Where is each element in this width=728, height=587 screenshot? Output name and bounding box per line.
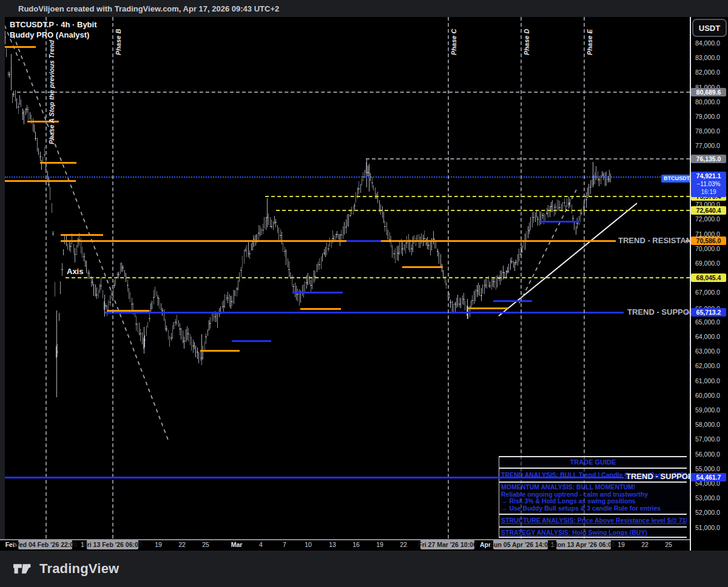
session-badge: Fri 27 Mar '26 10:00 bbox=[420, 540, 474, 549]
price-axis-label: 84,000.0 bbox=[695, 39, 720, 47]
time-axis-label: 22 bbox=[641, 541, 649, 548]
orange-level-segment[interactable] bbox=[61, 234, 103, 236]
momentum-row: → Use Buddy Bull setups & 3 candle Rule … bbox=[501, 505, 687, 512]
price-axis-label: 61,000.0 bbox=[695, 377, 720, 384]
orange-level-segment[interactable] bbox=[200, 350, 240, 352]
price-axis-label: 56,000.0 bbox=[695, 451, 720, 458]
blue-level-segment[interactable] bbox=[292, 292, 343, 294]
price-badge-gray: 76,135.0 bbox=[691, 155, 726, 163]
tradingview-logo-icon bbox=[13, 561, 34, 577]
price-axis-separator bbox=[690, 17, 691, 551]
level-line-blue-dotted[interactable] bbox=[5, 176, 690, 178]
tradingview-logo[interactable]: TradingView bbox=[13, 561, 119, 577]
attribution-text: RudoViljoen created with TradingView.com… bbox=[18, 4, 279, 13]
price-axis-label: 82,000.0 bbox=[695, 69, 720, 76]
time-axis-label: 7 bbox=[283, 541, 286, 548]
price-badge-yellow: 72,640.4 bbox=[691, 206, 726, 215]
level-line-gray-dashed[interactable] bbox=[366, 158, 690, 159]
price-change-percent: −11.03% bbox=[691, 180, 726, 188]
time-axis-label: 13 bbox=[329, 541, 336, 548]
price-axis-label: 64,000.0 bbox=[695, 333, 720, 340]
phase-line[interactable] bbox=[46, 17, 47, 538]
phase-label: Phase D bbox=[523, 20, 530, 55]
price-axis-label: 78,000.0 bbox=[695, 127, 720, 135]
axis-annotation[interactable]: Axis bbox=[67, 267, 83, 276]
price-axis[interactable]: 84,000.083,000.082,000.081,000.080,000.0… bbox=[690, 17, 728, 551]
blue-level-segment[interactable] bbox=[346, 240, 381, 242]
time-axis-label: 19 bbox=[618, 541, 625, 548]
price-axis-label: 60,000.0 bbox=[695, 392, 720, 399]
trend-line-dashed[interactable] bbox=[519, 190, 576, 303]
level-line-orange-solid[interactable] bbox=[61, 240, 616, 242]
orange-level-segment[interactable] bbox=[300, 308, 341, 310]
blue-level-segment[interactable] bbox=[232, 340, 271, 342]
price-axis-label: 51,000.0 bbox=[695, 524, 720, 531]
currency-toggle-button[interactable]: USDT bbox=[692, 19, 727, 37]
price-badge-gray: 80,689.6 bbox=[691, 88, 726, 96]
price-axis-label: 59,000.0 bbox=[695, 406, 720, 414]
level-line-blue-solid[interactable] bbox=[105, 312, 624, 314]
trade-guide-title: TRADE GUIDE bbox=[499, 457, 687, 469]
time-axis-label: 25 bbox=[202, 541, 209, 548]
price-axis-label: 65,000.0 bbox=[695, 318, 720, 326]
trend-line-white[interactable] bbox=[499, 203, 637, 316]
time-axis-label: 25 bbox=[665, 541, 672, 548]
price-axis-label: 79,000.0 bbox=[695, 113, 720, 120]
tradingview-window: RudoViljoen created with TradingView.com… bbox=[0, 0, 728, 587]
time-axis-label: 16 bbox=[352, 541, 360, 548]
phase-label: Phase C bbox=[450, 20, 457, 55]
session-badge: Fri 13 Feb '26 06:00 bbox=[87, 540, 138, 549]
current-price: 74,921.1 bbox=[691, 172, 726, 180]
level-line-yellow-dashed[interactable] bbox=[276, 210, 690, 211]
price-axis-label: 67,000.0 bbox=[695, 289, 720, 296]
price-axis-label: 62,000.0 bbox=[695, 362, 720, 369]
momentum-row: → Risk 3% & Hold Longs as swing position… bbox=[501, 498, 687, 505]
trade-guide-panel[interactable]: TRADE GUIDE TREND ANALYSIS: BULL Trend |… bbox=[499, 456, 687, 538]
bar-countdown: 16:19 bbox=[691, 188, 726, 196]
phase-label: Phase B bbox=[115, 20, 122, 55]
blue-level-segment[interactable] bbox=[540, 221, 579, 223]
symbol-title[interactable]: BTCUSDT.P · 4h · Bybit bbox=[10, 19, 97, 30]
phase-line[interactable] bbox=[112, 17, 113, 538]
price-axis-label: 83,000.0 bbox=[695, 54, 720, 61]
phase-label: Phase E bbox=[586, 20, 593, 55]
price-axis-label: 70,000.0 bbox=[695, 245, 720, 252]
tradingview-logo-text: TradingView bbox=[39, 561, 119, 577]
trend-support-label[interactable]: TREND - SUPPORT bbox=[627, 307, 699, 317]
momentum-analysis-block: MOMENTUM ANALYSIS: BULL MOMENTUM! Reliab… bbox=[499, 483, 687, 515]
blue-level-segment[interactable] bbox=[493, 300, 532, 302]
orange-level-segment[interactable] bbox=[0, 180, 76, 182]
level-line-blue-solid[interactable] bbox=[5, 477, 624, 478]
price-badge-orange: 70,586.0 bbox=[691, 236, 726, 245]
session-badge: Wed 04 Feb '26 22:00 bbox=[18, 540, 72, 549]
footer-bar: TradingView bbox=[0, 551, 728, 587]
level-line-gray-dashed[interactable] bbox=[17, 92, 690, 93]
price-axis-label: 63,000.0 bbox=[695, 347, 720, 355]
price-axis-label: 69,000.0 bbox=[695, 260, 720, 267]
price-badge-yellow: 68,045.4 bbox=[691, 273, 726, 282]
trend-line-dashed[interactable] bbox=[13, 35, 169, 441]
time-axis-label: 4 bbox=[259, 541, 263, 548]
time-axis-label: 22 bbox=[178, 541, 186, 548]
session-badge: Sun 05 Apr '26 14:00 bbox=[493, 540, 548, 549]
phase-line[interactable] bbox=[448, 17, 449, 538]
momentum-row: Reliable ongoing uptrend - calm and trus… bbox=[501, 491, 687, 498]
strategy-analysis-row: STRATEGY ANALYSIS: Hold Swing Longs (BUY… bbox=[499, 528, 687, 538]
orange-level-segment[interactable] bbox=[468, 307, 508, 309]
orange-level-segment[interactable] bbox=[402, 266, 443, 268]
window-title-bar: RudoViljoen created with TradingView.com… bbox=[0, 0, 728, 17]
price-axis-label: 77,000.0 bbox=[695, 142, 720, 149]
level-line-yellow-dashed[interactable] bbox=[66, 277, 690, 278]
price-badge-blue: 65,713.2 bbox=[691, 308, 726, 317]
trend-support-low-label[interactable]: TREND - SUPPORT bbox=[626, 472, 698, 481]
price-axis-label: 53,000.0 bbox=[695, 494, 720, 501]
price-axis-label: 55,000.0 bbox=[695, 465, 720, 472]
chart-pane[interactable]: Phase A Stop the previous TrendPhase BPh… bbox=[0, 0, 728, 587]
level-line-yellow-dashed[interactable] bbox=[265, 196, 690, 197]
price-axis-label: 58,000.0 bbox=[695, 421, 720, 428]
session-badge: Mon 13 Apr '26 06:00 bbox=[556, 540, 611, 549]
orange-level-segment[interactable] bbox=[5, 46, 36, 48]
indicator-title[interactable]: Buddy PRO (Analyst) bbox=[10, 30, 97, 40]
symbol-legend[interactable]: BTCUSDT.P · 4h · Bybit Buddy PRO (Analys… bbox=[10, 19, 97, 40]
price-axis-label: 72,000.0 bbox=[695, 215, 720, 223]
